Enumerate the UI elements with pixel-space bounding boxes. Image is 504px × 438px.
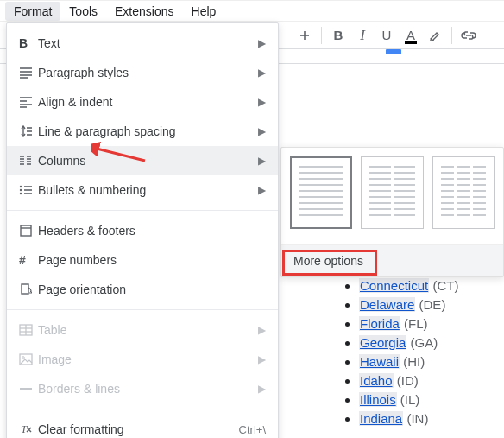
format-line-spacing-label: Line & paragraph spacing <box>38 124 258 138</box>
bold-button[interactable]: B <box>327 24 350 47</box>
submenu-arrow-icon: ▶ <box>258 155 266 167</box>
format-borders-lines: Borders & lines ▶ <box>7 374 278 403</box>
menu-help[interactable]: Help <box>183 2 225 21</box>
italic-button[interactable]: I <box>351 24 374 47</box>
bold-icon: B <box>19 36 38 50</box>
menu-extensions[interactable]: Extensions <box>106 2 182 21</box>
separator <box>7 409 278 409</box>
menu-tools[interactable]: Tools <box>60 2 106 21</box>
columns-presets <box>290 156 495 229</box>
columns-preset-2[interactable] <box>361 156 423 229</box>
format-columns-label: Columns <box>38 154 258 168</box>
insert-image-button[interactable] <box>293 24 316 47</box>
svg-text:T: T <box>21 422 28 435</box>
paragraph-icon <box>19 67 38 79</box>
underline-button[interactable]: U <box>375 24 398 47</box>
state-abbr: (FL) <box>404 316 428 331</box>
state-link[interactable]: Idaho <box>359 373 394 388</box>
format-clear-formatting[interactable]: T Clear formatting Ctrl+\ <box>7 415 278 438</box>
submenu-arrow-icon: ▶ <box>258 125 266 137</box>
columns-preset-1[interactable] <box>290 156 352 229</box>
format-page-orientation[interactable]: Page orientation <box>7 275 278 304</box>
svg-point-25 <box>20 186 22 187</box>
submenu-arrow-icon: ▶ <box>258 184 266 196</box>
state-link[interactable]: Illinois <box>359 392 397 407</box>
headers-icon <box>19 224 38 238</box>
first-indent-marker[interactable] <box>386 49 401 54</box>
format-table-label: Table <box>38 323 258 337</box>
format-headers-footers[interactable]: Headers & footers <box>7 216 278 245</box>
state-link[interactable]: Georgia <box>359 335 406 350</box>
separator <box>7 210 278 211</box>
state-link[interactable]: Indiana <box>359 411 403 426</box>
orientation-icon <box>19 282 38 296</box>
format-columns[interactable]: Columns ▶ <box>7 146 278 175</box>
state-abbr: (CT) <box>432 278 458 293</box>
state-abbr: (IN) <box>406 411 428 426</box>
insert-link-button[interactable] <box>457 24 480 47</box>
svg-rect-31 <box>21 225 31 236</box>
submenu-arrow-icon: ▶ <box>258 353 266 365</box>
format-borders-lines-label: Borders & lines <box>38 382 258 396</box>
page-numbers-icon: # <box>19 253 38 267</box>
state-link[interactable]: Delaware <box>359 297 415 312</box>
format-paragraph-styles-label: Paragraph styles <box>38 66 258 79</box>
text-color-button[interactable]: A <box>400 24 422 47</box>
table-icon <box>19 324 38 336</box>
format-paragraph-styles[interactable]: Paragraph styles ▶ <box>7 58 278 87</box>
format-line-spacing[interactable]: Line & paragraph spacing ▶ <box>7 117 278 146</box>
submenu-arrow-icon: ▶ <box>258 67 266 79</box>
borders-icon <box>19 385 38 392</box>
format-align-indent[interactable]: Align & indent ▶ <box>7 87 278 117</box>
state-abbr: (DE) <box>419 297 446 312</box>
menu-format[interactable]: Format <box>5 2 60 21</box>
separator <box>7 309 278 310</box>
columns-preset-3[interactable] <box>432 156 495 229</box>
image-icon <box>19 353 38 365</box>
state-link[interactable]: Hawaii <box>359 354 400 369</box>
svg-point-27 <box>20 193 22 194</box>
list-item: Idaho (ID) <box>359 371 504 390</box>
columns-icon <box>19 155 38 167</box>
state-link[interactable]: Florida <box>359 316 400 331</box>
columns-submenu: More options <box>280 147 504 277</box>
submenu-arrow-icon: ▶ <box>258 383 266 395</box>
format-table: Table ▶ <box>7 315 278 345</box>
format-headers-footers-label: Headers & footers <box>38 224 266 238</box>
format-bullets-numbering[interactable]: Bullets & numbering ▶ <box>7 175 278 205</box>
format-image: Image ▶ <box>7 345 278 374</box>
align-icon <box>19 96 38 108</box>
format-text[interactable]: B Text ▶ <box>7 29 278 58</box>
highlight-button[interactable] <box>424 24 446 47</box>
state-abbr: (ID) <box>397 373 419 388</box>
separator <box>451 27 452 44</box>
list-item: Indiana (IN) <box>359 409 504 428</box>
format-clear-shortcut: Ctrl+\ <box>239 423 266 436</box>
list-item: Illinois (IL) <box>359 390 504 409</box>
format-page-numbers[interactable]: # Page numbers <box>7 245 278 275</box>
state-abbr: (IL) <box>400 392 420 407</box>
format-bullets-numbering-label: Bullets & numbering <box>38 183 258 197</box>
format-text-label: Text <box>38 36 258 50</box>
format-image-label: Image <box>38 352 258 366</box>
list-item: Georgia (GA) <box>359 333 504 352</box>
state-abbr: (GA) <box>411 335 438 350</box>
format-dropdown: B Text ▶ Paragraph styles ▶ Align & inde… <box>6 22 279 438</box>
format-page-orientation-label: Page orientation <box>38 282 266 296</box>
separator <box>321 27 322 44</box>
list-item: Connecticut (CT) <box>359 276 504 295</box>
text-color-label: A <box>406 28 415 42</box>
list-item: Florida (FL) <box>359 314 504 333</box>
bullets-icon <box>19 184 38 196</box>
line-spacing-icon <box>19 125 38 137</box>
svg-point-39 <box>22 357 25 359</box>
state-link[interactable]: Connecticut <box>359 278 429 293</box>
format-page-numbers-label: Page numbers <box>38 253 266 267</box>
list-item: Hawaii (HI) <box>359 352 504 371</box>
format-align-indent-label: Align & indent <box>38 95 258 109</box>
submenu-arrow-icon: ▶ <box>258 96 266 108</box>
states-list: Connecticut (CT) Delaware (DE) Florida (… <box>342 276 504 428</box>
columns-more-options[interactable]: More options <box>281 245 503 276</box>
svg-rect-33 <box>22 284 28 294</box>
submenu-arrow-icon: ▶ <box>258 324 266 336</box>
